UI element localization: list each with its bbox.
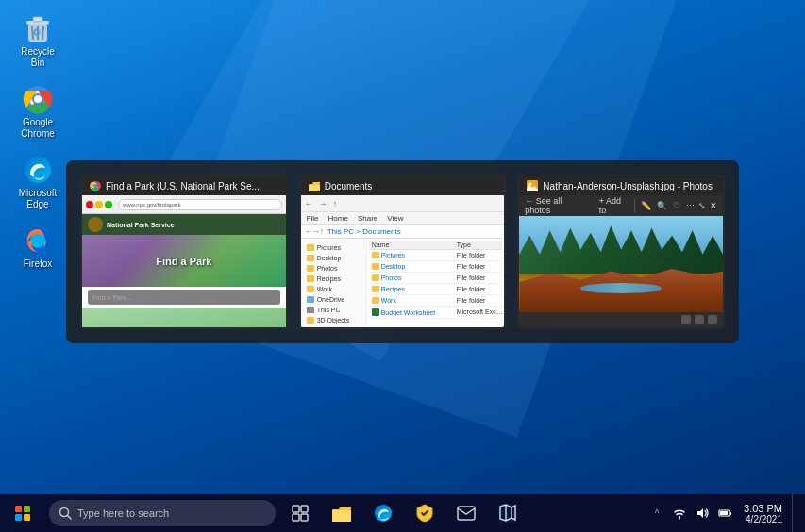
- task-view-button[interactable]: [279, 494, 321, 532]
- desktop-icon-firefox[interactable]: Firefox: [9, 222, 66, 274]
- svg-rect-2: [33, 17, 42, 22]
- photos-window-title: Nathan-Anderson-Unsplash.jpg - Photos: [519, 176, 723, 195]
- search-icon: [59, 507, 72, 520]
- svg-line-19: [68, 516, 72, 520]
- browser-title-text: Find a Park (U.S. National Park Se...: [106, 181, 260, 191]
- svg-rect-34: [730, 512, 731, 515]
- firefox-app-icon: [23, 225, 53, 256]
- svg-rect-27: [458, 507, 475, 520]
- desktop-icon-edge[interactable]: Microsoft Edge: [9, 151, 66, 214]
- task-view-icon: [292, 505, 309, 522]
- svg-rect-21: [301, 506, 308, 512]
- edge-taskbar-button[interactable]: [362, 494, 404, 532]
- photos-toolbar: ← See all photos + Add to ✏️ 🔍 ♡ ⋯ ⤡ ✕: [519, 195, 723, 216]
- mail-icon: [457, 505, 476, 522]
- svg-rect-15: [309, 185, 320, 191]
- svg-rect-22: [293, 514, 299, 521]
- explorer-content: Name Type Size Date modified Pictures Fi…: [367, 239, 505, 327]
- edge-app-icon: [23, 155, 53, 185]
- battery-tray-icon[interactable]: [715, 504, 734, 523]
- show-desktop-button[interactable]: [792, 494, 797, 532]
- taskbar-app-icons: [279, 494, 528, 532]
- security-icon: [416, 504, 433, 523]
- ribbon-share: Share: [358, 214, 377, 223]
- chrome-title-icon: [90, 180, 101, 191]
- file-row-photos[interactable]: Photos File folder 5/26/2021 2:11 PM: [369, 273, 503, 284]
- folder-title-icon: [309, 180, 320, 191]
- browser-window-preview: www.nps.gov/findapark National Park Serv…: [82, 195, 286, 327]
- volume-tray-icon[interactable]: [693, 504, 712, 523]
- desktop-icon-recycle-bin[interactable]: ♻ Recycle Bin: [9, 9, 66, 73]
- maps-button[interactable]: [487, 494, 528, 532]
- svg-rect-35: [720, 511, 728, 515]
- svg-text:♻: ♻: [32, 27, 41, 38]
- explorer-window-title: Documents: [301, 176, 505, 195]
- mail-button[interactable]: [445, 494, 487, 532]
- explorer-window-preview: ← → ↑ File Home Share View ←→↑ This PC >…: [301, 195, 505, 327]
- svg-rect-20: [293, 506, 299, 512]
- nps-search-text: Find a Park...: [92, 294, 132, 301]
- svg-point-17: [529, 183, 532, 186]
- security-button[interactable]: [404, 494, 445, 532]
- windows-logo-icon: [15, 506, 30, 521]
- file-explorer-icon: [332, 505, 351, 522]
- ribbon-home: Home: [328, 214, 348, 223]
- browser-window-title: Find a Park (U.S. National Park Se...: [82, 176, 286, 195]
- task-window-photos[interactable]: Nathan-Anderson-Unsplash.jpg - Photos ← …: [517, 175, 725, 329]
- desktop-icon-chrome[interactable]: Google Chrome: [9, 80, 66, 143]
- recycle-bin-icon: ♻: [23, 13, 53, 43]
- nps-hero-text: Find a Park: [156, 256, 211, 267]
- edge-label: Microsoft Edge: [13, 188, 62, 210]
- start-button[interactable]: [0, 494, 45, 532]
- photos-bottom-bar: [519, 312, 723, 327]
- explorer-title-text: Documents: [325, 181, 373, 191]
- recycle-bin-label: Recycle Bin: [13, 46, 62, 69]
- file-row-desktop[interactable]: Desktop File folder 5/26/2021 1:29 PM: [369, 261, 503, 273]
- file-row-work[interactable]: Work File folder 4/2/2021 2:48 PM: [369, 295, 503, 307]
- explorer-sidebar: Pictures Desktop Photos Recipes Work One…: [301, 239, 367, 327]
- file-row-pictures[interactable]: Pictures File folder 5/26/2021 3:20 PM: [369, 250, 503, 261]
- task-switcher: Find a Park (U.S. National Park Se... ww…: [66, 160, 739, 343]
- photos-image: [519, 216, 723, 312]
- explorer-address: This PC > Documents: [327, 227, 401, 236]
- task-window-browser[interactable]: Find a Park (U.S. National Park Se... ww…: [80, 175, 288, 329]
- file-explorer-button[interactable]: [321, 494, 362, 532]
- network-tray-icon[interactable]: [670, 504, 689, 523]
- photos-window-preview: ← See all photos + Add to ✏️ 🔍 ♡ ⋯ ⤡ ✕: [519, 195, 723, 327]
- ribbon-view: View: [387, 214, 403, 223]
- task-window-explorer[interactable]: Documents ← → ↑ File Home Share View ←→↑…: [299, 175, 507, 329]
- chrome-app-icon: [23, 84, 53, 114]
- svg-point-7: [34, 95, 42, 103]
- volume-icon: [696, 507, 709, 520]
- battery-icon: [718, 507, 731, 520]
- file-row-budget[interactable]: Budget Worksheet Microsoft Excel Workshe…: [369, 307, 503, 319]
- desktop-icons: ♻ Recycle Bin Google Chrome: [9, 9, 66, 274]
- clock-date: 4/2/2021: [746, 514, 782, 524]
- taskbar: Type here to search: [0, 494, 805, 532]
- clock-time: 3:03 PM: [744, 503, 782, 514]
- svg-point-32: [679, 516, 680, 518]
- tray-overflow-button[interactable]: ^: [647, 504, 666, 523]
- svg-point-13: [93, 184, 97, 188]
- photos-title-text: Nathan-Anderson-Unsplash.jpg - Photos: [543, 181, 713, 191]
- svg-rect-25: [332, 510, 351, 522]
- maps-icon: [498, 504, 517, 523]
- svg-rect-23: [301, 514, 308, 521]
- chrome-label: Google Chrome: [13, 117, 62, 140]
- ribbon-file: File: [307, 214, 319, 223]
- firefox-label: Firefox: [24, 258, 53, 270]
- search-placeholder-text: Type here to search: [77, 507, 169, 519]
- network-icon: [673, 507, 686, 520]
- edge-taskbar-icon: [374, 504, 393, 523]
- taskbar-clock[interactable]: 3:03 PM 4/2/2021: [738, 501, 788, 526]
- file-row-recipes[interactable]: Recipes File folder 5/24/2021 11:56 PM: [369, 284, 503, 295]
- taskbar-search[interactable]: Type here to search: [49, 500, 276, 526]
- photos-title-icon: [527, 180, 538, 191]
- system-tray: ^: [647, 494, 805, 532]
